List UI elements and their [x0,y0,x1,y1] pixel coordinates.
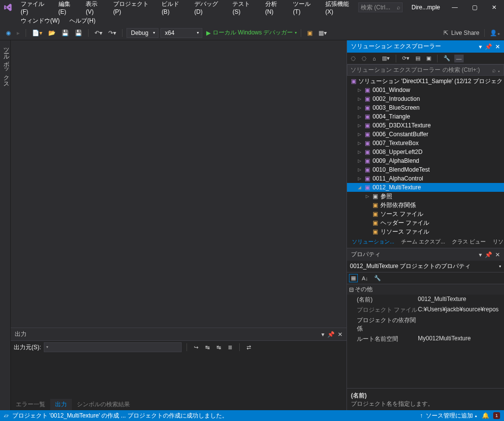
props-close-icon[interactable]: ✕ [495,251,500,258]
props-alpha-icon[interactable]: A↓ [360,274,370,282]
output-panel: 出力 ▾ 📌 ✕ 出力元(S): ↪ ↹ ↹ ≣ ⇄ [11,328,346,410]
solexp-tab-class[interactable]: クラス ビュー [449,237,489,246]
solexp-fwd-icon[interactable]: ◌ [360,54,369,62]
project-node-2[interactable]: ▷▣0003_BlueScreen [347,103,504,112]
solution-tree[interactable]: ▣ソリューション 'DirectX11_Sample' (12/12 プロジェク… [347,76,504,236]
output-dropdown-icon[interactable]: ▾ [321,331,324,338]
feedback-icon[interactable]: 👤₊ [490,30,500,36]
menu-test[interactable]: テスト(S) [227,0,260,17]
prop-row-1[interactable]: プロジェクト ファイルC:¥Users¥jackb¥source¥repos [347,305,504,315]
minimize-button[interactable]: — [445,0,465,15]
output-goto-icon[interactable]: ↪ [192,343,200,352]
resource-files-node[interactable]: ▣リソース ファイル [347,227,504,236]
platform-combo[interactable]: x64▾ [160,28,202,38]
prop-row-2[interactable]: プロジェクトの依存関係 [347,315,504,334]
project-node-7[interactable]: ▷▣0008_UpperLeft2D [347,148,504,156]
output-clear-icon[interactable]: ≣ [226,343,234,352]
header-files-node[interactable]: ▣ヘッダー ファイル [347,218,504,227]
solution-node[interactable]: ▣ソリューション 'DirectX11_Sample' (12/12 プロジェク… [347,77,504,86]
solexp-back-icon[interactable]: ◌ [349,54,358,62]
search-icon: ⌕ ▾ [492,67,501,74]
tab-symbols[interactable]: シンボルの検索結果 [72,399,135,410]
solexp-sync-icon[interactable]: ▥▾ [380,54,392,62]
toolbar-icon-1[interactable]: ▣ [305,29,315,37]
save-all-button[interactable]: 💾 [73,29,84,37]
output-next-icon[interactable]: ↹ [215,343,223,352]
menu-debug[interactable]: デバッグ(D) [189,0,228,17]
external-deps-node[interactable]: ▣外部依存関係 [347,201,504,210]
solexp-home-icon[interactable]: ⌂ [371,55,378,62]
notification-icon[interactable]: 🔔 [482,412,489,419]
open-button[interactable]: 📂 [46,29,58,37]
liveshare-icon[interactable]: ⇱ [443,30,448,36]
project-node-3[interactable]: ▷▣0004_Triangle [347,112,504,121]
solexp-refresh-icon[interactable]: ⟳▾ [400,54,411,62]
redo-button[interactable]: ↷▾ [106,29,118,37]
menu-tools[interactable]: ツール(T) [288,0,320,17]
menu-extensions[interactable]: 拡張機能(X) [320,0,358,17]
close-button[interactable]: ✕ [484,0,504,15]
toolbox-tab[interactable]: ツールボックス [0,40,11,410]
output-title: 出力 [15,330,27,338]
project-node-4[interactable]: ▷▣0005_D3DX11Texture [347,121,504,130]
tab-output[interactable]: 出力 [50,399,72,410]
props-categorized-icon[interactable]: ▦ [349,274,358,282]
solexp-tab-team[interactable]: チーム エクスプ... [398,237,448,246]
project-node-11[interactable]: ◢▣0012_MultiTexture [347,183,504,192]
menu-window[interactable]: ウィンドウ(W) [16,15,64,27]
source-control-button[interactable]: ソース管理に追加 [426,412,473,420]
project-node-10[interactable]: ▷▣0011_AlphaControl [347,174,504,183]
nav-fwd-button[interactable]: ▸ [15,29,22,37]
solexp-props-icon[interactable]: 🔧 [441,54,452,62]
solexp-search[interactable]: ソリューション エクスプローラー の検索 (Ctrl+:) ⌕ ▾ [347,64,504,76]
title-tab[interactable]: Dire...mple [407,2,445,13]
tab-errorlist[interactable]: エラー一覧 [11,399,50,410]
project-node-0[interactable]: ▷▣0001_Window [347,86,504,94]
liveshare-button[interactable]: Live Share [451,30,479,36]
props-grid[interactable]: ⊟その他(名前)0012_MultiTextureプロジェクト ファイルC:¥U… [347,284,504,388]
solexp-pin-icon[interactable]: 📌 [485,43,492,50]
menu-build[interactable]: ビルド(B) [157,0,189,17]
undo-button[interactable]: ↶▾ [93,29,104,37]
output-close-icon[interactable]: ✕ [338,331,343,338]
solexp-close-icon[interactable]: ✕ [495,43,500,50]
maximize-button[interactable]: ▢ [465,0,484,15]
props-wrench-icon[interactable]: 🔧 [372,274,383,282]
solexp-preview-icon[interactable]: — [454,55,464,62]
config-combo[interactable]: Debug▾ [126,28,158,38]
solexp-filter-icon[interactable]: ▤ [413,54,422,62]
output-prev-icon[interactable]: ↹ [203,343,212,352]
search-box[interactable]: 検索 (Ctrl... ⌕ [358,2,403,12]
prop-row-0[interactable]: (名前)0012_MultiTexture [347,295,504,305]
references-node[interactable]: ▷▣参照 [347,192,504,201]
project-node-5[interactable]: ▷▣0006_ConstantBuffer [347,130,504,139]
output-text[interactable] [11,354,346,399]
start-debug-button[interactable]: ▶ローカル Windows デバッガー▾ [206,29,297,37]
main-toolbar: ◉ ▸ 📄▾ 📂 💾 💾 ↶▾ ↷▾ Debug▾ x64▾ ▶ローカル Win… [0,26,504,40]
new-button[interactable]: 📄▾ [30,29,44,37]
status-icon: ▱ [4,412,8,419]
project-node-1[interactable]: ▷▣0002_Introduction [347,94,504,103]
solexp-tab-resource[interactable]: リソース ビュ [490,237,504,246]
menu-help[interactable]: ヘルプ(H) [64,15,100,27]
source-files-node[interactable]: ▣ソース ファイル [347,210,504,218]
props-subtitle[interactable]: 0012_MultiTexture プロジェクトのプロパティ [350,262,471,271]
nav-back-button[interactable]: ◉ [4,29,13,37]
prop-row-3[interactable]: ルート名前空間My0012MultiTexture [347,334,504,344]
menu-analyze[interactable]: 分析(N) [260,0,288,17]
solexp-tab-solution[interactable]: ソリューション... [349,237,397,246]
menu-project[interactable]: プロジェクト(P) [108,0,157,17]
save-button[interactable]: 💾 [60,29,71,37]
solexp-collapse-icon[interactable]: ▣ [424,54,433,62]
props-dropdown-icon[interactable]: ▾ [479,251,482,258]
project-node-9[interactable]: ▷▣0010_BlendModeTest [347,165,504,174]
toolbar-icon-2[interactable]: ▦▾ [316,29,329,37]
props-pin-icon[interactable]: 📌 [485,251,492,258]
solexp-dropdown-icon[interactable]: ▾ [479,43,482,50]
output-pin-icon[interactable]: 📌 [327,331,335,338]
output-wrap-icon[interactable]: ⇄ [245,343,253,352]
project-node-8[interactable]: ▷▣0009_AlphaBlend [347,156,504,165]
output-source-combo[interactable] [44,342,182,352]
publish-icon[interactable]: ↑ [420,412,423,419]
project-node-6[interactable]: ▷▣0007_TextureBox [347,139,504,148]
